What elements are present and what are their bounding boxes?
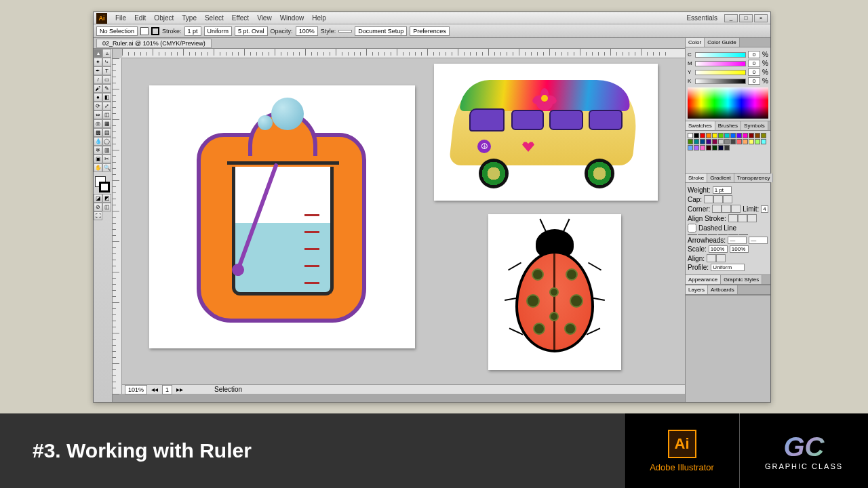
- scale-end-input[interactable]: 100%: [730, 245, 749, 253]
- tab-gradient[interactable]: Gradient: [707, 174, 734, 182]
- limit-input[interactable]: 4: [761, 205, 768, 213]
- stroke-box-icon[interactable]: [99, 182, 110, 192]
- horizontal-ruler[interactable]: [122, 49, 685, 58]
- corner-bevel-icon[interactable]: [731, 205, 741, 213]
- align-outside-icon[interactable]: [747, 214, 757, 222]
- shape-builder-tool-icon[interactable]: ◎: [94, 119, 102, 128]
- symbol-sprayer-tool-icon[interactable]: ✲: [94, 146, 102, 155]
- color-mode-icon[interactable]: ◪: [94, 194, 102, 203]
- magic-wand-tool-icon[interactable]: ✦: [94, 58, 102, 66]
- align-inside-icon[interactable]: [738, 214, 747, 222]
- pen-tool-icon[interactable]: ✒: [94, 66, 102, 75]
- document-tab[interactable]: 02_Ruler.ai @ 101% (CMYK/Preview): [96, 39, 212, 48]
- swatch[interactable]: [736, 133, 742, 138]
- brush-dropdown[interactable]: 5 pt. Oval: [235, 26, 268, 36]
- swatch[interactable]: [694, 139, 699, 144]
- fill-stroke-control[interactable]: [94, 175, 111, 194]
- k-value[interactable]: 0: [748, 77, 760, 85]
- swatch[interactable]: [743, 139, 748, 144]
- zoom-level[interactable]: 101%: [125, 385, 147, 394]
- m-value[interactable]: 0: [748, 60, 760, 67]
- mesh-tool-icon[interactable]: ▩: [94, 128, 102, 137]
- opacity-input[interactable]: 100%: [296, 26, 318, 36]
- lasso-tool-icon[interactable]: ⤷: [102, 58, 111, 66]
- tab-swatches[interactable]: Swatches: [686, 121, 715, 130]
- tab-color[interactable]: Color: [686, 38, 705, 47]
- swatch[interactable]: [694, 145, 699, 150]
- vertical-ruler[interactable]: [113, 58, 122, 394]
- pencil-tool-icon[interactable]: ✎: [102, 84, 111, 93]
- tab-color-guide[interactable]: Color Guide: [705, 38, 740, 47]
- canvas[interactable]: ☮: [122, 58, 685, 384]
- draw-mode-icon[interactable]: ◫: [102, 203, 111, 211]
- tab-graphic-styles[interactable]: Graphic Styles: [721, 275, 762, 284]
- free-transform-tool-icon[interactable]: ◫: [102, 110, 111, 119]
- menu-effect[interactable]: Effect: [228, 14, 253, 22]
- weight-input[interactable]: 1 pt: [713, 186, 732, 194]
- swatch[interactable]: [706, 133, 711, 138]
- preferences-button[interactable]: Preferences: [410, 26, 450, 36]
- color-spectrum[interactable]: [688, 87, 768, 119]
- gradient-mode-icon[interactable]: ◩: [102, 194, 111, 203]
- rotate-tool-icon[interactable]: ⟳: [94, 102, 102, 110]
- swatch[interactable]: [724, 139, 730, 144]
- artboard-tool-icon[interactable]: ▣: [94, 155, 102, 163]
- profile-dropdown[interactable]: Uniform: [711, 264, 745, 271]
- dash-input[interactable]: [688, 234, 697, 235]
- gap-input[interactable]: [698, 234, 707, 235]
- rectangle-tool-icon[interactable]: ▭: [102, 75, 111, 84]
- swatch[interactable]: [700, 145, 705, 150]
- swatch[interactable]: [700, 133, 705, 138]
- cap-projecting-icon[interactable]: [723, 195, 732, 203]
- swatch[interactable]: [700, 139, 705, 144]
- swatch[interactable]: [688, 145, 693, 150]
- y-slider[interactable]: [695, 70, 746, 75]
- stroke-weight-input[interactable]: 1 pt: [184, 26, 201, 36]
- artboard-nav-next-icon[interactable]: ▸▸: [176, 386, 183, 393]
- tab-stroke[interactable]: Stroke: [686, 174, 707, 182]
- swatch[interactable]: [712, 139, 717, 144]
- stroke-swatch[interactable]: [151, 27, 159, 35]
- gradient-tool-icon[interactable]: ▤: [102, 128, 111, 137]
- menu-view[interactable]: View: [253, 14, 276, 22]
- swatch[interactable]: [730, 139, 736, 144]
- slice-tool-icon[interactable]: ✂: [102, 155, 111, 163]
- swatch[interactable]: [730, 133, 736, 138]
- swatch[interactable]: [706, 145, 711, 150]
- menu-object[interactable]: Object: [150, 14, 178, 22]
- swatch[interactable]: [749, 133, 754, 138]
- corner-miter-icon[interactable]: [712, 205, 722, 213]
- tab-artboards[interactable]: Artboards: [708, 285, 738, 294]
- swatch[interactable]: [761, 133, 766, 138]
- swatch-grid[interactable]: [688, 133, 768, 150]
- column-graph-tool-icon[interactable]: ▥: [102, 146, 111, 155]
- k-slider[interactable]: [695, 79, 746, 84]
- type-tool-icon[interactable]: T: [102, 66, 111, 75]
- swatch[interactable]: [755, 133, 760, 138]
- swatch[interactable]: [724, 145, 730, 150]
- eyedropper-tool-icon[interactable]: 💧: [94, 137, 102, 146]
- width-tool-icon[interactable]: ⇔: [94, 110, 102, 119]
- style-dropdown[interactable]: [338, 30, 352, 33]
- screen-mode-icon[interactable]: ⛶: [94, 211, 102, 220]
- menu-file[interactable]: File: [111, 14, 130, 22]
- hand-tool-icon[interactable]: ✋: [94, 163, 102, 172]
- swatch[interactable]: [694, 133, 699, 138]
- menu-select[interactable]: Select: [201, 14, 228, 22]
- swatch[interactable]: [712, 145, 717, 150]
- menu-type[interactable]: Type: [178, 14, 201, 22]
- tab-symbols[interactable]: Symbols: [741, 121, 768, 130]
- eraser-tool-icon[interactable]: ◧: [102, 93, 111, 102]
- none-mode-icon[interactable]: ⊘: [94, 203, 102, 211]
- swatch[interactable]: [688, 133, 693, 138]
- swatch[interactable]: [688, 139, 693, 144]
- artboard-nav-prev-icon[interactable]: ◂◂: [151, 386, 158, 393]
- align-center-icon[interactable]: [728, 214, 738, 222]
- swatch[interactable]: [749, 139, 754, 144]
- minimize-button[interactable]: _: [724, 14, 738, 22]
- tab-transparency[interactable]: Transparency: [734, 174, 774, 182]
- swatch[interactable]: [743, 133, 748, 138]
- tab-brushes[interactable]: Brushes: [715, 121, 741, 130]
- fill-swatch[interactable]: [140, 27, 149, 35]
- y-value[interactable]: 0: [748, 68, 760, 76]
